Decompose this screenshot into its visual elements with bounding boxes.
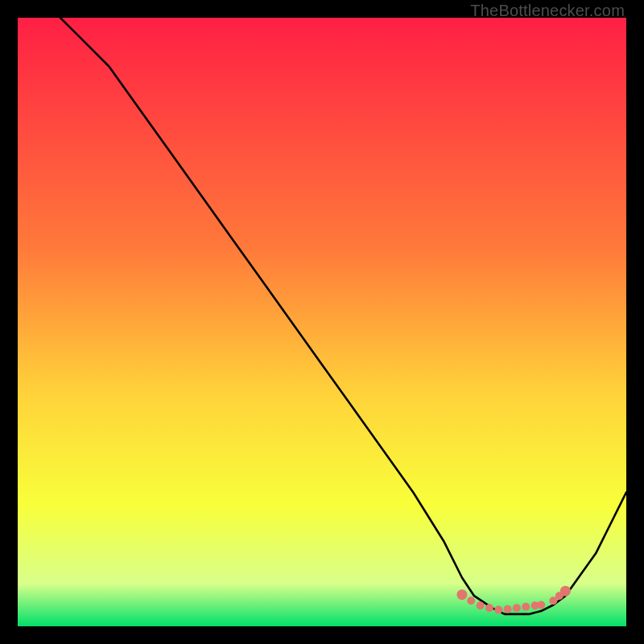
marker-dot (477, 601, 485, 609)
marker-dot (522, 603, 530, 611)
chart-frame (18, 18, 626, 626)
marker-dot (456, 589, 467, 600)
gradient-background (18, 18, 626, 626)
marker-dot (504, 605, 512, 613)
marker-dot (513, 604, 521, 612)
marker-dot (467, 597, 475, 605)
bottleneck-chart (18, 18, 626, 626)
marker-dot (560, 586, 571, 597)
marker-dot (537, 601, 545, 609)
marker-dot (494, 606, 502, 614)
marker-dot (485, 604, 493, 612)
